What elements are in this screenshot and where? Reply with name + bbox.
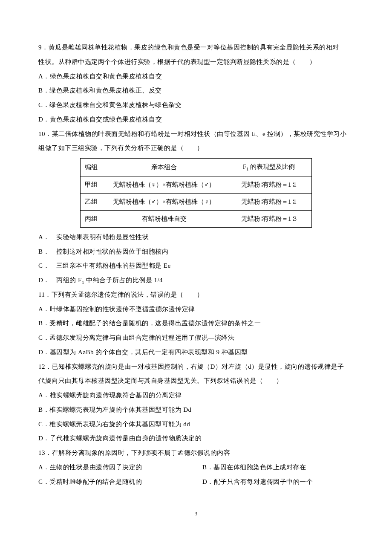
th-parents: 亲本组合	[102, 159, 226, 176]
q10-option-d: D． 丙组的 F1 中纯合子所占的比例是 1/4	[38, 273, 354, 288]
q11-stem: 11．下列有关孟德尔遗传定律的说法，错误的是（ ）	[38, 288, 354, 302]
q13-option-a: A．生物的性状是由遗传因子决定的	[38, 460, 190, 475]
th-group: 编组	[81, 159, 102, 176]
q11-option-c: C．孟德尔发现分离定律与自由组合定律的过程运用了假说—演绎法	[38, 331, 354, 345]
q10-option-c: C． 三组亲本中有蜡粉植株的基因型都是 Ee	[38, 259, 354, 273]
q11-option-a: A．叶绿体基因控制的性状遗传不遵循孟德尔遗传定律	[38, 302, 354, 317]
document-page: 9．黄瓜是雌雄同株单性花植物，果皮的绿色和黄色是受一对等位基因控制的具有完全显隐…	[0, 0, 392, 534]
q12-option-a: A．椎实螺螺壳旋向遗传现象符合基因的分离定律	[38, 388, 354, 403]
page-number: 3	[38, 510, 354, 517]
q13-row-ab: A．生物的性状是由遗传因子决定的 B．基因在体细胞染色体上成对存在	[38, 460, 354, 475]
q12-stem-line2: 代旋向只由其母本核基因型决定而与其自身基因型无关。下列叙述错误的是（ ）	[38, 374, 354, 388]
q13-option-c: C．受精时雌雄配子的结合是随机的	[38, 475, 190, 489]
cell-group-yi: 乙组	[81, 193, 102, 210]
table-row: 丙组 有蜡粉植株自交 无蜡粉∶有蜡粉＝1∶3	[81, 210, 312, 227]
cell-f1-jia: 无蜡粉∶有蜡粉＝1∶1	[226, 176, 312, 193]
q11-option-b: B．受精时，雌雄配子的结合是随机的，这是得出孟德尔遗传定律的条件之一	[38, 316, 354, 331]
q13-option-b: B．基因在体细胞染色体上成对存在	[190, 460, 354, 475]
q9-stem-line1: 9．黄瓜是雌雄同株单性花植物，果皮的绿色和黄色是受一对等位基因控制的具有完全显隐…	[38, 40, 354, 55]
q13-option-d: D．配子只含有每对遗传因子中的一个	[190, 475, 354, 489]
q9-option-a: A．绿色果皮植株自交和黄色果皮植株自交	[38, 69, 354, 84]
cell-parents-yi: 无蜡粉植株（♂）×有蜡粉植株（♀）	[102, 193, 226, 210]
cell-f1-bing: 无蜡粉∶有蜡粉＝1∶3	[226, 210, 312, 227]
q13-row-cd: C．受精时雌雄配子的结合是随机的 D．配子只含有每对遗传因子中的一个	[38, 475, 354, 489]
q9-option-d: D．黄色果皮植株自交或绿色果皮植株自交	[38, 113, 354, 127]
cell-group-jia: 甲组	[81, 176, 102, 193]
q9-option-b: B．绿色果皮植株和黄色果皮植株正、反交	[38, 84, 354, 98]
q12-stem-line1: 12．已知椎实螺螺壳的旋向是由一对核基因控制的，右旋（D）对左旋（d）是显性，旋…	[38, 360, 354, 374]
table-row: 乙组 无蜡粉植株（♂）×有蜡粉植株（♀） 无蜡粉∶有蜡粉＝1∶1	[81, 193, 312, 210]
q9-option-c: C．绿色果皮植株自交和黄色果皮植株与绿色杂交	[38, 98, 354, 113]
table-header-row: 编组 亲本组合 F1 的表现型及比例	[81, 159, 312, 176]
q12-option-d: D．子代椎实螺螺壳旋向遗传是由自身的遗传物质决定的	[38, 431, 354, 446]
q10-table: 编组 亲本组合 F1 的表现型及比例 甲组 无蜡粉植株（♀）×有蜡粉植株（♂） …	[80, 158, 312, 228]
q13-stem: 13．在解释分离现象的原因时，下列哪项不属于孟德尔假说的内容	[38, 446, 354, 460]
q12-option-c: C．椎实螺螺壳表现为右旋的个体其基因型可能为 dd	[38, 417, 354, 432]
q9-stem-line2: 性状。从种群中选定两个个体进行实验，根据子代的表现型一定能判断显隐性关系的是（ …	[38, 55, 354, 69]
cell-parents-bing: 有蜡粉植株自交	[102, 210, 226, 227]
q10-option-a: A． 实验结果表明有蜡粉是显性性状	[38, 230, 354, 245]
q10-stem-line1: 10．某二倍体植物的叶表面无蜡粉和有蜡粉是一对相对性状（由等位基因 E、e 控制…	[38, 127, 354, 142]
q12-option-b: B．椎实螺螺壳表现为左旋的个体其基因型可能为 Dd	[38, 403, 354, 417]
cell-group-bing: 丙组	[81, 210, 102, 227]
q11-option-d: D．基因型为 AaBb 的个体自交，其后代一定有四种表现型和 9 种基因型	[38, 345, 354, 360]
table-row: 甲组 无蜡粉植株（♀）×有蜡粉植株（♂） 无蜡粉∶有蜡粉＝1∶1	[81, 176, 312, 193]
th-f1: F1 的表现型及比例	[226, 159, 312, 176]
cell-parents-jia: 无蜡粉植株（♀）×有蜡粉植株（♂）	[102, 176, 226, 193]
cell-f1-yi: 无蜡粉∶有蜡粉＝1∶1	[226, 193, 312, 210]
q10-stem-line2: 组做了如下三组实验，下列有关分析不正确的是（ ）	[38, 141, 354, 156]
q10-option-b: B． 控制这对相对性状的基因位于细胞核内	[38, 245, 354, 259]
